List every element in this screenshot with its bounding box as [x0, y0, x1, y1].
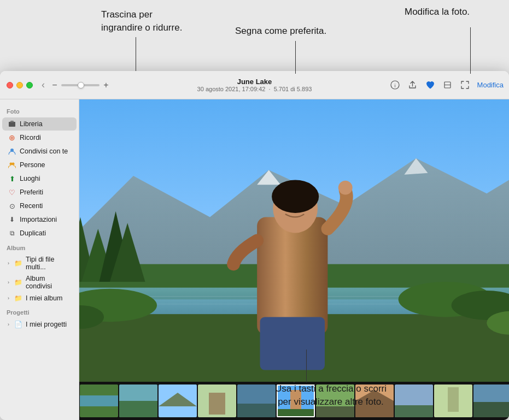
filmstrip-thumb[interactable] [159, 384, 197, 417]
sidebar-label-recenti: Recenti [20, 202, 43, 210]
duplicati-icon: ⧉ [8, 229, 16, 238]
chevron-icon-2: › [8, 280, 9, 285]
sidebar-item-duplicati[interactable]: ⧉ Duplicati [2, 227, 77, 240]
sidebar-item-luoghi[interactable]: ⬆ Luoghi [2, 172, 77, 185]
filmstrip-thumb[interactable] [237, 384, 276, 417]
filmstrip-thumb[interactable] [198, 384, 236, 417]
svg-rect-46 [316, 406, 354, 417]
filmstrip-thumb[interactable] [395, 384, 433, 417]
sidebar-label-libreria: Libreria [20, 120, 43, 128]
photo-title: June Lake [197, 78, 312, 86]
filmstrip-thumb[interactable] [355, 384, 394, 417]
photo-display[interactable] [79, 99, 509, 382]
sidebar-item-preferiti[interactable]: ♡ Preferiti [2, 186, 77, 199]
callout-drag-zoom: Trascina per ingrandire o ridurre. [101, 8, 210, 34]
sidebar-section-foto: Foto [0, 104, 79, 117]
persone-icon [8, 161, 16, 169]
sidebar-label-miei-album: I miei album [26, 294, 62, 302]
sidebar-label-tipi: Tipi di file multi... [26, 256, 71, 271]
sidebar-section-progetti: Progetti [0, 305, 79, 318]
svg-point-30 [338, 181, 353, 195]
photo-svg [79, 99, 509, 382]
filmstrip-thumb[interactable] [119, 384, 157, 417]
svg-point-29 [272, 180, 319, 213]
ricordi-icon: ⊕ [8, 133, 16, 142]
sidebar-item-ricordi[interactable]: ⊕ Ricordi [2, 131, 77, 144]
luoghi-icon: ⬆ [8, 174, 16, 183]
svg-rect-39 [209, 393, 225, 415]
zoom-slider-thumb[interactable] [78, 82, 84, 88]
traffic-lights [0, 82, 33, 88]
sidebar-item-condivisi[interactable]: Condivisi con te [2, 145, 77, 158]
titlebar-actions: i [390, 80, 504, 91]
sidebar-group-condivisi[interactable]: › 📁 Album condivisi [2, 273, 77, 292]
info-icon[interactable]: i [390, 80, 401, 91]
svg-rect-35 [119, 401, 157, 417]
edit-button[interactable]: Modifica [477, 81, 504, 89]
maximize-button[interactable] [26, 82, 33, 88]
libreria-icon [8, 120, 16, 128]
filmstrip-arrow: ▼ [291, 382, 297, 384]
callout-line-zoom [136, 37, 136, 71]
filmstrip-thumb[interactable] [316, 384, 354, 417]
sidebar-label-preferiti: Preferiti [20, 188, 43, 196]
minimize-button[interactable] [16, 82, 23, 88]
sidebar-label-condivisi: Condivisi con te [20, 147, 68, 155]
chevron-icon-3: › [8, 295, 9, 301]
callout-line-edit [470, 27, 471, 74]
sidebar-item-libreria[interactable]: Libreria [2, 117, 77, 131]
crop-icon[interactable] [442, 80, 453, 91]
sidebar-group-tipi[interactable]: › 📁 Tipi di file multi... [2, 254, 77, 273]
condivisi-icon [8, 147, 16, 156]
share-icon[interactable] [407, 80, 418, 91]
fullscreen-icon[interactable] [460, 80, 471, 91]
sidebar-group-miei-progetti[interactable]: › 📄 I miei progetti [2, 318, 77, 330]
filmstrip[interactable]: ▼ [79, 382, 509, 420]
back-button[interactable]: ‹ [42, 79, 45, 91]
sidebar-item-recenti[interactable]: ⊙ Recenti [2, 199, 77, 212]
app-window: ‹ − + June Lake 30 agosto 2021, 17:09:42… [0, 71, 509, 420]
favorite-heart-icon[interactable] [425, 80, 436, 91]
svg-rect-44 [290, 390, 301, 409]
svg-rect-4 [9, 122, 15, 127]
chevron-icon: › [8, 261, 9, 266]
sidebar-label-duplicati: Duplicati [20, 229, 46, 237]
svg-marker-43 [277, 409, 315, 417]
filmstrip-thumb[interactable] [80, 384, 118, 417]
svg-rect-50 [395, 405, 433, 417]
sidebar-section-album: Album [0, 240, 79, 253]
sidebar-group-miei-album[interactable]: › 📁 I miei album [2, 292, 77, 304]
sidebar-label-persone: Persone [20, 161, 45, 169]
svg-rect-5 [10, 121, 14, 122]
chevron-icon-4: › [8, 322, 9, 327]
svg-rect-52 [448, 387, 459, 412]
condivisi-album-icon: 📁 [14, 278, 22, 287]
sidebar-label-miei-progetti: I miei progetti [26, 321, 67, 328]
content-area: Foto Libreria ⊕ Ricordi [0, 99, 509, 420]
svg-rect-41 [237, 404, 276, 417]
zoom-slider[interactable] [61, 84, 100, 86]
zoom-in-button[interactable]: + [102, 80, 110, 90]
sidebar-item-importazioni[interactable]: ⬇ Importazioni [2, 213, 77, 226]
importazioni-icon: ⬇ [8, 215, 16, 224]
photo-meta: 30 agosto 2021, 17:09:42 · 5.701 di 5.89… [197, 86, 312, 92]
svg-point-8 [12, 163, 15, 165]
titlebar-center: June Lake 30 agosto 2021, 17:09:42 · 5.7… [197, 78, 312, 92]
sidebar-label-album-condivisi: Album condivisi [26, 275, 71, 290]
sidebar-item-persone[interactable]: Persone [2, 158, 77, 171]
filmstrip-thumb[interactable] [473, 384, 509, 417]
filmstrip-thumb[interactable] [434, 384, 472, 417]
svg-rect-31 [260, 317, 325, 370]
callout-line-favorite [295, 41, 296, 74]
sidebar-label-importazioni: Importazioni [20, 216, 57, 223]
filmstrip-thumb-selected[interactable] [277, 384, 315, 417]
callout-mark-favorite: Segna come preferita. [235, 25, 344, 38]
zoom-control: − + [50, 80, 110, 90]
svg-text:i: i [395, 83, 396, 88]
photo-main: ▼ [79, 99, 509, 420]
sidebar-label-luoghi: Luoghi [20, 175, 40, 182]
close-button[interactable] [7, 82, 13, 88]
miei-progetti-icon: 📄 [14, 320, 22, 329]
svg-rect-54 [473, 402, 509, 417]
zoom-out-button[interactable]: − [50, 80, 59, 90]
